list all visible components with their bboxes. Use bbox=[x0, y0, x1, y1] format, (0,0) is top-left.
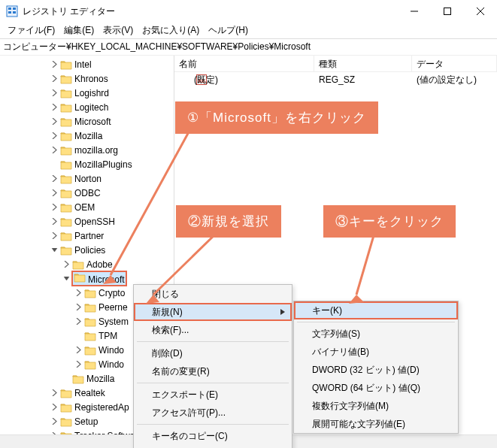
editor-window: レジストリ エディター ファイル(F) 編集(E) 表示(V) お気に入り(A)… bbox=[0, 0, 497, 448]
tree-item-odbc[interactable]: ODBC bbox=[0, 186, 174, 200]
column-headers[interactable]: 名前 種類 データ bbox=[174, 56, 497, 72]
tree-item-oem[interactable]: OEM bbox=[0, 200, 174, 214]
chevron-right-icon[interactable] bbox=[48, 201, 60, 213]
chevron-right-icon[interactable] bbox=[48, 216, 60, 228]
menu-item[interactable]: DWORD (32 ビット) 値(D) bbox=[294, 361, 458, 379]
svg-rect-4 bbox=[13, 11, 16, 14]
chevron-right-icon[interactable] bbox=[72, 359, 84, 371]
menu-item[interactable]: HKEY_CURRENT_USER に移動(T) bbox=[134, 445, 292, 448]
context-submenu-new: キー(K)文字列値(S)バイナリ値(B)DWORD (32 ビット) 値(D)Q… bbox=[293, 301, 459, 434]
close-button[interactable] bbox=[464, 0, 497, 23]
menu-item[interactable]: キー名のコピー(C) bbox=[134, 427, 292, 445]
chevron-right-icon[interactable] bbox=[48, 130, 60, 142]
tree-item-adobe[interactable]: Adobe bbox=[0, 257, 174, 271]
svg-rect-6 bbox=[444, 8, 451, 15]
menu-item[interactable]: アクセス許可(P)... bbox=[134, 404, 292, 422]
chevron-right-icon[interactable] bbox=[48, 87, 60, 99]
col-type[interactable]: 種類 bbox=[314, 56, 412, 71]
chevron-right-icon[interactable] bbox=[60, 259, 72, 271]
menu-item[interactable]: QWORD (64 ビット) 値(Q) bbox=[294, 379, 458, 397]
chevron-right-icon[interactable] bbox=[72, 316, 84, 328]
regedit-icon bbox=[6, 5, 18, 17]
menu-edit[interactable]: 編集(E) bbox=[59, 24, 98, 37]
tree-item-microsoft[interactable]: Microsoft bbox=[0, 114, 174, 129]
chevron-right-icon[interactable] bbox=[48, 230, 60, 242]
menu-item[interactable]: 文字列値(S) bbox=[294, 325, 458, 343]
chevron-right-icon[interactable] bbox=[48, 144, 60, 156]
menu-item[interactable]: 複数行文字列値(M) bbox=[294, 397, 458, 415]
tree-item-mozilla.org[interactable]: mozilla.org bbox=[0, 143, 174, 157]
menu-view[interactable]: 表示(V) bbox=[98, 24, 138, 37]
minimize-button[interactable] bbox=[398, 0, 431, 23]
menu-bar: ファイル(F) 編集(E) 表示(V) お気に入り(A) ヘルプ(H) bbox=[0, 23, 497, 39]
chevron-right-icon[interactable] bbox=[72, 301, 84, 313]
svg-rect-1 bbox=[8, 8, 11, 10]
chevron-down-icon[interactable] bbox=[60, 273, 72, 285]
tree-item-intel[interactable]: Intel bbox=[0, 57, 174, 71]
address-bar[interactable]: コンピューター¥HKEY_LOCAL_MACHINE¥SOFTWARE¥Poli… bbox=[0, 39, 497, 56]
tree-item-norton[interactable]: Norton bbox=[0, 171, 174, 186]
context-menu: 閉じる新規(N)検索(F)...削除(D)名前の変更(R)エクスポート(E)アク… bbox=[133, 284, 292, 448]
menu-item[interactable]: 名前の変更(R) bbox=[134, 362, 292, 380]
col-name[interactable]: 名前 bbox=[174, 56, 314, 71]
svg-rect-3 bbox=[8, 11, 11, 14]
value-row-default[interactable]: ab (既定) REG_SZ (値の設定なし) bbox=[174, 72, 497, 87]
menu-item[interactable]: 検索(F)... bbox=[134, 321, 292, 339]
chevron-right-icon[interactable] bbox=[48, 401, 60, 413]
menu-item[interactable]: 閉じる bbox=[134, 285, 292, 303]
maximize-button[interactable] bbox=[431, 0, 464, 23]
menu-item[interactable]: 削除(D) bbox=[134, 344, 292, 362]
chevron-right-icon[interactable] bbox=[72, 344, 84, 356]
submenu-arrow-icon bbox=[280, 307, 285, 317]
chevron-right-icon[interactable] bbox=[48, 387, 60, 399]
tree-item-partner[interactable]: Partner bbox=[0, 229, 174, 243]
tree-item-mozillaplugins[interactable]: MozillaPlugins bbox=[0, 157, 174, 171]
menu-item[interactable]: エクスポート(E) bbox=[134, 386, 292, 404]
menu-item[interactable]: バイナリ値(B) bbox=[294, 343, 458, 361]
chevron-right-icon[interactable] bbox=[48, 416, 60, 428]
menu-item[interactable]: 新規(N) bbox=[134, 303, 292, 321]
chevron-right-icon[interactable] bbox=[48, 101, 60, 114]
chevron-right-icon[interactable] bbox=[48, 173, 60, 185]
col-data[interactable]: データ bbox=[412, 56, 497, 71]
tree-item-logishrd[interactable]: Logishrd bbox=[0, 86, 174, 100]
chevron-right-icon[interactable] bbox=[48, 116, 60, 128]
callout-2: ②新規を選択 bbox=[176, 205, 281, 238]
menu-item[interactable]: キー(K) bbox=[294, 301, 458, 319]
svg-rect-2 bbox=[13, 8, 16, 10]
menu-item[interactable]: 展開可能な文字列値(E) bbox=[294, 415, 458, 433]
titlebar: レジストリ エディター bbox=[0, 0, 497, 23]
chevron-down-icon[interactable] bbox=[48, 244, 60, 256]
chevron-right-icon[interactable] bbox=[48, 59, 60, 71]
callout-3: ③キーをクリック bbox=[323, 205, 456, 238]
chevron-right-icon[interactable] bbox=[48, 73, 60, 85]
window-title: レジストリ エディター bbox=[23, 5, 398, 18]
tree-item-khronos[interactable]: Khronos bbox=[0, 71, 174, 86]
tree-item-policies[interactable]: Policies bbox=[0, 243, 174, 257]
tree-item-mozilla[interactable]: Mozilla bbox=[0, 129, 174, 143]
tree-item-openssh[interactable]: OpenSSH bbox=[0, 214, 174, 229]
chevron-right-icon[interactable] bbox=[48, 187, 60, 199]
menu-help[interactable]: ヘルプ(H) bbox=[204, 24, 253, 37]
menu-file[interactable]: ファイル(F) bbox=[3, 24, 59, 37]
tree-item-logitech[interactable]: Logitech bbox=[0, 100, 174, 114]
chevron-right-icon[interactable] bbox=[72, 287, 84, 299]
menu-favorites[interactable]: お気に入り(A) bbox=[138, 24, 204, 37]
callout-1: ①「Microsoft」を右クリック bbox=[175, 101, 378, 134]
